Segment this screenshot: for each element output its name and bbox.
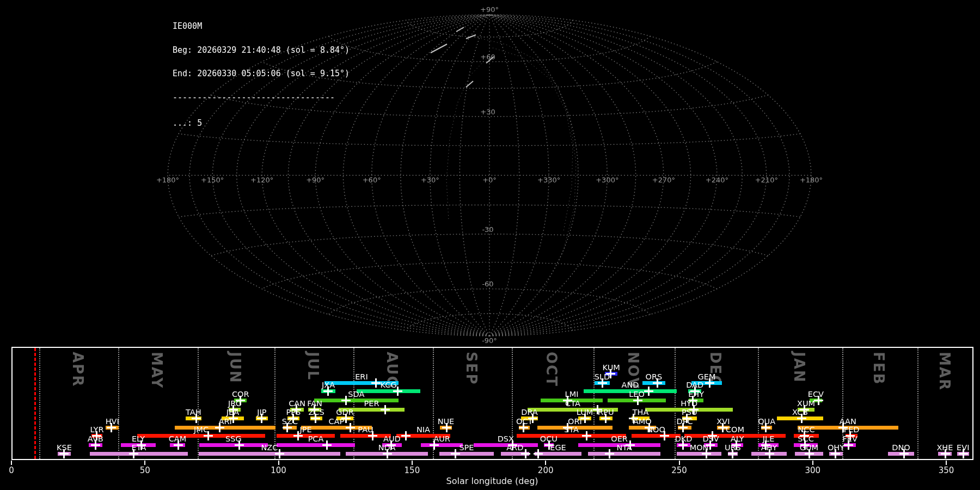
shower-code-label: PAU	[343, 425, 389, 434]
shower-bar	[588, 452, 660, 456]
app-window: IE000M Beg: 20260329 21:40:48 (sol = 8.8…	[0, 0, 980, 490]
shower-code-label: COM	[712, 425, 758, 434]
shower-code-label: XUM	[783, 399, 829, 408]
shower-code-label: OER	[597, 434, 642, 443]
month-label: JUN	[227, 352, 243, 384]
x-axis-title: Solar longitude (deg)	[411, 476, 574, 486]
shower-code-label: GEM	[684, 372, 730, 381]
shower-code-label: NZC	[247, 443, 292, 452]
month-label: SEP	[463, 352, 480, 385]
shower-code-label: DRA	[507, 408, 553, 416]
shower-code-label: AMO	[620, 417, 665, 426]
axis-tick	[946, 461, 947, 465]
axis-tick	[144, 461, 145, 465]
end-time: End: 20260330 05:05:06 (sol = 9.15°)	[173, 70, 350, 78]
shower-code-label: JRC	[212, 399, 258, 408]
shower-code-label: CTA	[550, 399, 596, 408]
axis-tick-label: 300	[797, 465, 829, 475]
axis-tick	[11, 461, 12, 465]
shower-code-label: JMC	[179, 425, 224, 434]
axis-tick	[812, 461, 813, 465]
month-line	[917, 348, 918, 459]
shower-code-label: SLD	[579, 372, 625, 381]
axis-tick-label: 200	[529, 465, 562, 475]
shower-code-label: SPE	[444, 443, 489, 452]
shower-code-label: CAP	[314, 417, 359, 426]
axis-tick	[545, 461, 546, 465]
shower-code-label: AVB	[72, 434, 118, 443]
shower-code-label: AAN	[825, 417, 871, 426]
begin-time: Beg: 20260329 21:40:48 (sol = 8.84°)	[173, 46, 350, 54]
shower-code-label: FED	[829, 425, 874, 434]
shower-code-label: QUA	[744, 417, 789, 426]
shower-code-label: SCC	[783, 434, 829, 443]
axis-tick-label: 150	[396, 465, 428, 475]
shower-code-label: AND	[607, 381, 653, 389]
shower-code-label: PSU	[666, 408, 712, 416]
shower-code-label: HVI	[89, 417, 135, 426]
axis-tick-label: 100	[262, 465, 295, 475]
month-label: FEB	[871, 352, 887, 385]
month-label: MAY	[149, 352, 165, 389]
month-line	[39, 348, 40, 459]
axis-tick-label: 0	[0, 465, 28, 475]
shower-code-label: NOO	[633, 425, 679, 434]
shower-code-label: FEV	[827, 434, 873, 443]
shower-code-label: LMI	[549, 390, 595, 399]
axis-tick	[679, 461, 680, 465]
axis-tick-label: 350	[930, 465, 963, 475]
shower-code-label: PCA	[293, 434, 339, 443]
shower-code-label: ETA	[116, 443, 162, 452]
shower-code-label: ORS	[631, 372, 677, 381]
separator-line: ---------------------------------	[173, 94, 350, 102]
shower-code-label: AUD	[369, 434, 415, 443]
shower-code-label: SSG	[211, 434, 256, 443]
shower-code-label: ORI	[552, 417, 598, 426]
info-block: IE000M Beg: 20260329 21:40:48 (sol = 8.8…	[173, 7, 350, 143]
axis-tick-label: 250	[663, 465, 696, 475]
shower-code-label: NIA	[401, 425, 446, 434]
shower-code-label: STA	[549, 425, 595, 434]
month-label: APR	[70, 352, 86, 387]
shower-code-label: GDR	[322, 408, 368, 416]
current-sol-line	[34, 348, 36, 459]
shower-code-label: NDA	[364, 443, 410, 452]
shower-code-label: SDA	[333, 390, 379, 399]
meteor-count: ...: 5	[173, 119, 350, 127]
shower-bar	[90, 452, 188, 456]
shower-code-label: LEO	[614, 390, 659, 399]
shower-code-label: CAM	[155, 434, 200, 443]
shower-code-label: NUE	[423, 417, 469, 426]
shower-code-label: XCB	[777, 408, 823, 416]
shower-code-label: ARI	[203, 417, 248, 426]
axis-tick	[412, 461, 413, 465]
shower-code-label: COR	[218, 390, 264, 399]
shower-code-label: THA	[618, 408, 664, 416]
shower-code-label: NCC	[783, 425, 829, 434]
shower-code-label: ERI	[339, 372, 384, 381]
shower-code-label: DSX	[483, 434, 529, 443]
axis-tick	[278, 461, 279, 465]
shower-code-label: LYR	[74, 425, 120, 434]
shower-code-label: SZC	[267, 417, 313, 426]
shower-code-label: EVI	[940, 443, 980, 452]
shower-code-label: JPE	[283, 425, 329, 434]
shower-bar	[199, 452, 340, 456]
month-label: OCT	[543, 352, 560, 387]
shower-code-label: OCT	[501, 417, 547, 426]
shower-code-label: EGE	[535, 443, 581, 452]
shower-code-label: ECV	[793, 390, 838, 399]
shower-code-label: PER	[349, 399, 395, 408]
shower-code-label: KCG	[365, 381, 411, 389]
month-label: JAN	[791, 352, 807, 383]
shower-code-label: KSE	[41, 443, 87, 452]
shower-code-label: AHY	[746, 443, 792, 452]
station-id: IE000M	[173, 22, 350, 30]
month-label: MAR	[936, 352, 953, 391]
shower-code-label: HYD	[666, 399, 712, 408]
shower-code-label: DNO	[878, 443, 924, 452]
shower-code-label: EHY	[673, 390, 719, 399]
shower-code-label: ARD	[492, 443, 538, 452]
shower-code-label: AUR	[419, 434, 465, 443]
axis-tick-label: 50	[128, 465, 161, 475]
